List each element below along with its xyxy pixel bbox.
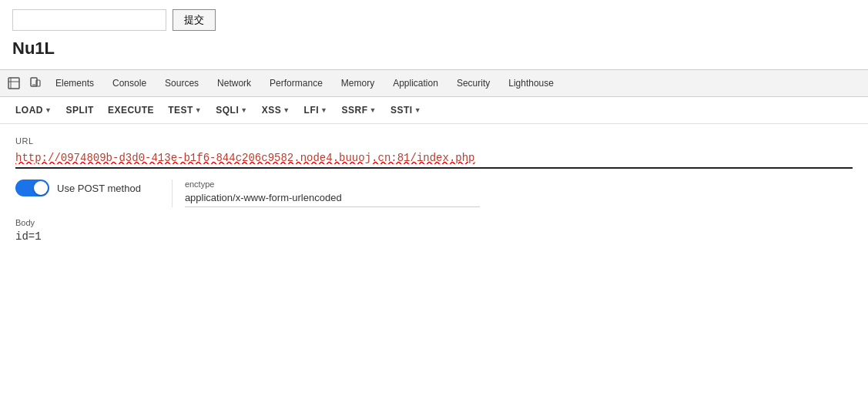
load-label: LOAD <box>15 105 43 116</box>
cursor-icon-btn[interactable] <box>3 72 25 94</box>
hack-toolbar: LOAD ▼ SPLIT EXECUTE TEST ▼ SQLI ▼ XSS ▼… <box>0 97 868 124</box>
lfi-label: LFI <box>304 105 320 116</box>
sqli-button[interactable]: SQLI ▼ <box>209 102 253 119</box>
lfi-button[interactable]: LFI ▼ <box>298 102 334 119</box>
devtools-panel: Elements Console Sources Network Perform… <box>0 69 868 255</box>
page-area: 提交 Nu1L <box>0 0 868 69</box>
tab-console[interactable]: Console <box>103 70 156 97</box>
test-button[interactable]: TEST ▼ <box>162 102 208 119</box>
device-icon-btn[interactable] <box>25 72 46 94</box>
form-row: 提交 <box>12 9 856 31</box>
tab-lighthouse[interactable]: Lighthouse <box>499 70 563 97</box>
ssti-button[interactable]: SSTI ▼ <box>384 102 427 119</box>
sqli-arrow: ▼ <box>240 106 247 114</box>
lfi-arrow: ▼ <box>320 106 327 114</box>
tab-sources[interactable]: Sources <box>156 70 208 97</box>
submit-button[interactable]: 提交 <box>173 9 216 31</box>
enctype-label: enctype <box>185 180 480 189</box>
url-input[interactable] <box>15 149 853 169</box>
devtools-tabbar: Elements Console Sources Network Perform… <box>0 70 868 97</box>
xss-arrow: ▼ <box>283 106 290 114</box>
url-label: URL <box>15 136 853 146</box>
form-input[interactable] <box>12 9 166 31</box>
tab-elements[interactable]: Elements <box>46 70 103 97</box>
execute-button[interactable]: EXECUTE <box>102 102 160 119</box>
main-content: URL Use POST method enctype application/… <box>0 124 868 255</box>
body-section: Body id=1 <box>15 218 853 243</box>
tab-application[interactable]: Application <box>384 70 447 97</box>
post-method-toggle[interactable] <box>15 180 49 196</box>
load-button[interactable]: LOAD ▼ <box>9 102 58 119</box>
xss-label: XSS <box>262 105 282 116</box>
ssrf-label: SSRF <box>342 105 368 116</box>
test-arrow: ▼ <box>195 106 202 114</box>
tab-memory[interactable]: Memory <box>332 70 384 97</box>
body-value: id=1 <box>15 230 853 243</box>
tab-security[interactable]: Security <box>447 70 499 97</box>
tab-performance[interactable]: Performance <box>260 70 332 97</box>
split-button[interactable]: SPLIT <box>59 102 100 119</box>
post-method-toggle-group: Use POST method <box>15 180 141 196</box>
split-label: SPLIT <box>65 105 94 116</box>
execute-label: EXECUTE <box>108 105 154 116</box>
svg-rect-0 <box>8 78 19 89</box>
tab-network[interactable]: Network <box>208 70 260 97</box>
body-label: Body <box>15 218 853 227</box>
ssti-arrow: ▼ <box>414 106 421 114</box>
enctype-group: enctype application/x-www-form-urlencode… <box>172 180 480 207</box>
enctype-value: application/x-www-form-urlencoded <box>185 192 480 207</box>
ssrf-arrow: ▼ <box>370 106 377 114</box>
toggle-label: Use POST method <box>57 183 141 194</box>
sqli-label: SQLI <box>216 105 239 116</box>
ssti-label: SSTI <box>390 105 413 116</box>
test-label: TEST <box>168 105 193 116</box>
options-row: Use POST method enctype application/x-ww… <box>15 180 853 207</box>
ssrf-button[interactable]: SSRF ▼ <box>336 102 383 119</box>
load-arrow: ▼ <box>45 106 52 114</box>
xss-button[interactable]: XSS ▼ <box>256 102 297 119</box>
page-title: Nu1L <box>12 39 856 59</box>
toggle-knob <box>34 181 48 195</box>
